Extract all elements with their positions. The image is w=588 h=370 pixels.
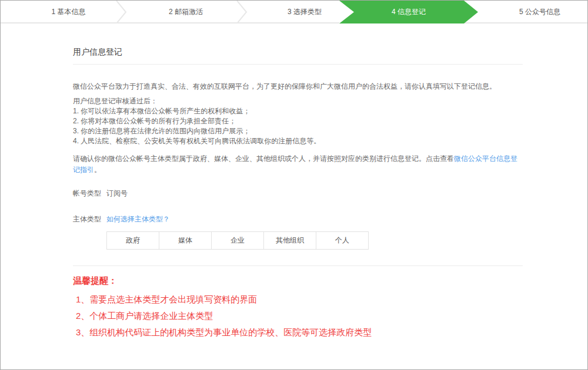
confirm-text: 请确认你的微信公众帐号主体类型属于政府、媒体、企业、其他组织或个人，并请按照对应…: [73, 154, 454, 163]
option-enterprise-button[interactable]: 企业: [211, 231, 264, 250]
review-heading: 用户信息登记审核通过后：: [73, 96, 523, 106]
warm-reminder-title: 温馨提醒：: [73, 274, 523, 288]
section-divider: [73, 265, 523, 266]
reminder-item-2: 2、个体工商户请选择企业主体类型: [76, 308, 523, 324]
subject-type-label: 主体类型: [73, 214, 106, 224]
main-content: 用户信息登记 微信公众平台致力于打造真实、合法、有效的互联网平台，为了更好的保障…: [73, 23, 523, 341]
warm-reminder-items: 1、需要点选主体类型才会出现填写资料的界面 2、个体工商户请选择企业主体类型 3…: [76, 291, 523, 341]
account-type-label: 帐号类型: [73, 189, 106, 199]
subject-type-help-link[interactable]: 如何选择主体类型？: [106, 214, 170, 224]
review-item-3: 3. 你的注册信息将在法律允许的范围内向微信用户展示；: [73, 126, 523, 136]
intro-paragraph: 微信公众平台致力于打造真实、合法、有效的互联网平台，为了更好的保障你和广大微信用…: [73, 81, 523, 92]
step-2-email-activation: 2 邮箱激活: [128, 1, 243, 23]
step-4-info-registration-active: 4 信息登记: [346, 1, 471, 23]
confirm-paragraph: 请确认你的微信公众帐号主体类型属于政府、媒体、企业、其他组织或个人，并请按照对应…: [73, 153, 523, 176]
option-other-org-button[interactable]: 其他组织: [263, 231, 316, 250]
reminder-item-3: 3、组织机构代码证上的机构类型为事业单位的学校、医院等可选择政府类型: [76, 324, 523, 341]
reminder-item-1: 1、需要点选主体类型才会出现填写资料的界面: [76, 291, 523, 308]
step-1-basic-info: 1 基本信息: [11, 1, 126, 23]
review-item-2: 2. 你将对本微信公众帐号的所有行为承担全部责任；: [73, 116, 523, 126]
registration-page: 1 基本信息 2 邮箱激活 3 选择类型 4 信息登记 5 公众号信息 用户信息…: [0, 0, 588, 370]
option-individual-button[interactable]: 个人: [316, 231, 369, 250]
subject-type-row: 主体类型 如何选择主体类型？: [73, 214, 523, 224]
option-government-button[interactable]: 政府: [106, 231, 159, 250]
option-media-button[interactable]: 媒体: [159, 231, 212, 250]
review-item-4: 4. 人民法院、检察院、公安机关等有权机关可向腾讯依法调取你的注册信息等。: [73, 136, 523, 146]
registration-form: 帐号类型 订阅号 主体类型 如何选择主体类型？ 政府 媒体 企业 其他组织 个人: [73, 189, 523, 250]
confirm-suffix: 。: [94, 166, 101, 174]
section-title: 用户信息登记: [73, 23, 523, 65]
review-item-1: 1. 你可以依法享有本微信公众帐号所产生的权利和收益；: [73, 106, 523, 116]
account-type-value: 订阅号: [106, 189, 128, 199]
step-3-select-type: 3 选择类型: [247, 1, 362, 23]
step-progress-bar: 1 基本信息 2 邮箱激活 3 选择类型 4 信息登记 5 公众号信息: [1, 1, 587, 23]
account-type-row: 帐号类型 订阅号: [73, 189, 523, 199]
subject-type-options: 政府 媒体 企业 其他组织 个人: [106, 231, 523, 250]
warm-reminder-block: 温馨提醒： 1、需要点选主体类型才会出现填写资料的界面 2、个体工商户请选择企业…: [73, 274, 523, 341]
review-terms-block: 用户信息登记审核通过后： 1. 你可以依法享有本微信公众帐号所产生的权利和收益；…: [73, 96, 523, 146]
step-5-account-info: 5 公众号信息: [493, 1, 586, 23]
